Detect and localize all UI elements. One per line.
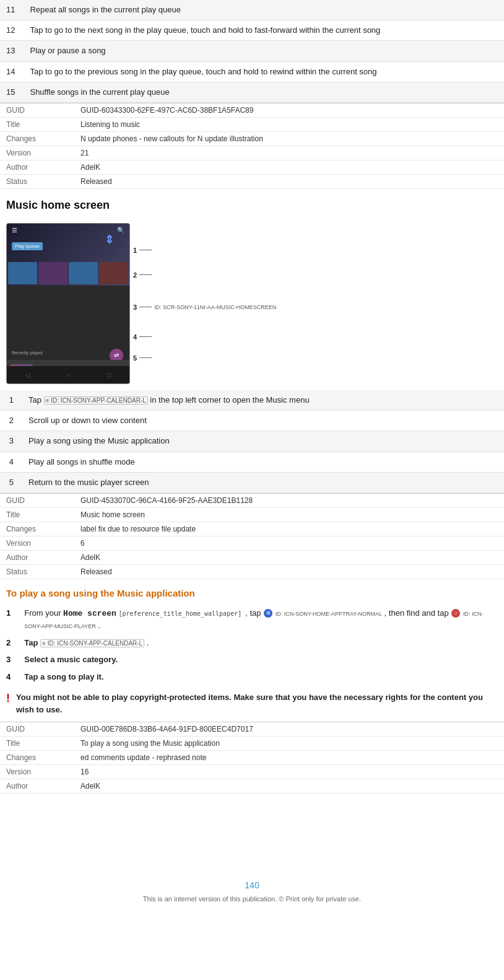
meta3-value-guid: GUID-00E786D8-33B6-4A64-91FD-800EEC4D701… <box>74 722 504 737</box>
home-screen-text: Home screen <box>63 609 116 618</box>
top-row: 11Repeat all songs in the current play q… <box>0 0 504 20</box>
meta-row-changes: Changes N update phones - new callouts f… <box>0 131 504 146</box>
meta2-label-title: Title <box>0 507 74 522</box>
meta-row-version: Version 21 <box>0 146 504 160</box>
meta3-value-title: To play a song using the Music applicati… <box>74 737 504 751</box>
row-text: Tap to go to the next song in the play q… <box>24 20 504 41</box>
meta2-value-changes: label fix due to resource file update <box>74 522 504 536</box>
meta3-row-guid: GUID GUID-00E786D8-33B6-4A64-91FD-800EEC… <box>0 722 504 737</box>
meta-label-author: Author <box>0 160 74 174</box>
proc-step-num-4: 4 <box>0 668 18 686</box>
music-steps-table: 1 Tap ≡ ID: ICN-SONY-APP-CALENDAR-L in t… <box>0 390 504 493</box>
meta-table-2: GUID GUID-4533070C-96CA-4166-9F25-AAE3DE… <box>0 493 504 579</box>
preference-id: [preference_title_home_wallpaper] <box>119 610 246 617</box>
proc-step-num-2: 2 <box>0 634 18 652</box>
meta3-row-version: Version 16 <box>0 765 504 779</box>
proc-step-num-1: 1 <box>0 605 18 634</box>
recently-played-label: Recently played <box>12 351 43 355</box>
menu-icon-ref: ≡ ID: ICN-SONY-APP-CALENDAR-L <box>44 396 148 405</box>
phone-screenshot: ☰ 🔍 ⇕ Play queue Recently played ⇌ Song … <box>6 223 130 384</box>
step-num-4: 4 <box>0 452 22 472</box>
row-num: 13 <box>0 41 24 61</box>
meta-table-3: GUID GUID-00E786D8-33B6-4A64-91FD-800EEC… <box>0 722 504 794</box>
meta3-label-version: Version <box>0 765 74 779</box>
music-step-row-5: 5 Return to the music player screen <box>0 472 504 492</box>
scroll-arrows-icon: ⇕ <box>105 233 114 247</box>
meta2-label-changes: Changes <box>0 522 74 536</box>
meta-row-status: Status Released <box>0 174 504 188</box>
proc-step-text-2: Tap ≡ ID: ICN-SONY-APP-CALENDAR-L . <box>18 634 504 652</box>
note-text: You might not be able to play copyright-… <box>16 691 498 715</box>
home-nav-icon: ○ <box>67 372 71 378</box>
proc-step-3: 3 Select a music category. <box>0 651 504 668</box>
screenshot-top: ☰ 🔍 ⇕ Play queue <box>7 224 129 286</box>
screen-id-tag: ID: SCR-SONY-11NI-AA-MUSIC-HOMESCREEN <box>154 304 276 310</box>
meta2-row-changes: Changes label fix due to resource file u… <box>0 522 504 536</box>
topic-heading: To play a song using the Music applicati… <box>0 579 504 605</box>
meta3-row-title: Title To play a song using the Music app… <box>0 737 504 751</box>
calendar-icon-ref-2: ≡ ID: ICN-SONY-APP-CALENDAR-L <box>40 639 144 647</box>
warning-icon: ! <box>6 691 10 706</box>
callout-3: 3 ID: SCR-SONY-11NI-AA-MUSIC-HOMESCREEN <box>133 304 276 311</box>
meta2-row-title: Title Music home screen <box>0 507 504 522</box>
step-text-1: Tap ≡ ID: ICN-SONY-APP-CALENDAR-L in the… <box>22 390 504 411</box>
legal-text: This is an internet version of this publ… <box>0 895 504 915</box>
proc-step-4: 4 Tap a song to play it. <box>0 668 504 686</box>
recent-nav-icon: □ <box>107 372 111 378</box>
procedure-table: 1 From your Home screen [preference_titl… <box>0 605 504 686</box>
search-icon: 🔍 <box>117 227 124 234</box>
top-row: 15Shuffle songs in the current play queu… <box>0 82 504 102</box>
step-text-2: Scroll up or down to view content <box>22 411 504 431</box>
meta3-label-changes: Changes <box>0 751 74 765</box>
proc-step-text-1: From your Home screen [preference_title_… <box>18 605 504 634</box>
row-num: 12 <box>0 20 24 41</box>
meta3-row-author: Author AdelK <box>0 779 504 794</box>
top-row: 14Tap to go to the previous song in the … <box>0 61 504 82</box>
meta2-label-version: Version <box>0 536 74 550</box>
proc-step-text-4: Tap a song to play it. <box>18 668 504 686</box>
music-home-screen-heading: Music home screen <box>0 189 504 217</box>
meta2-row-author: Author AdelK <box>0 550 504 564</box>
music-step-row-3: 3 Play a song using the Music applicatio… <box>0 431 504 452</box>
meta3-label-title: Title <box>0 737 74 751</box>
row-num: 11 <box>0 0 24 20</box>
play-queue-label: Play queue <box>12 242 43 250</box>
meta-label-changes: Changes <box>0 131 74 146</box>
callout-num-4: 4 <box>133 333 137 341</box>
music-step-row-2: 2 Scroll up or down to view content <box>0 411 504 431</box>
proc-step-1: 1 From your Home screen [preference_titl… <box>0 605 504 634</box>
meta3-label-guid: GUID <box>0 722 74 737</box>
callout-num-3: 3 <box>133 304 137 311</box>
back-nav-icon: ◁ <box>25 372 30 378</box>
callout-5: 5 <box>133 354 152 362</box>
callout-line-3 <box>139 307 152 307</box>
callout-num-1: 1 <box>133 247 137 254</box>
meta-value-title: Listening to music <box>74 117 504 131</box>
bottom-spacer <box>0 794 504 868</box>
meta2-label-author: Author <box>0 550 74 564</box>
meta-row-title: Title Listening to music <box>0 117 504 131</box>
meta-row-author: Author AdelK <box>0 160 504 174</box>
callout-4: 4 <box>133 333 152 341</box>
meta3-label-author: Author <box>0 779 74 794</box>
page-number: 140 <box>0 868 504 895</box>
callout-num-5: 5 <box>133 354 137 362</box>
meta2-row-guid: GUID GUID-4533070C-96CA-4166-9F25-AAE3DE… <box>0 493 504 507</box>
meta-label-guid: GUID <box>0 103 74 117</box>
tap-bold: Tap <box>24 638 38 647</box>
meta2-value-status: Released <box>74 564 504 579</box>
note-block: ! You might not be able to play copyrigh… <box>0 685 504 722</box>
apptray-icon: ⊞ <box>264 609 272 618</box>
apptray-icon-id: ID: ICN-SONY-HOME-APPTRAY-NORMAL <box>276 611 382 617</box>
step-text-3: Play a song using the Music application <box>22 431 504 452</box>
tap-song-text: Tap a song to play it. <box>24 672 103 681</box>
row-text: Repeat all songs in the current play que… <box>24 0 504 20</box>
callout-line-1 <box>139 250 152 250</box>
meta2-value-version: 6 <box>74 536 504 550</box>
row-text: Shuffle songs in the current play queue <box>24 82 504 102</box>
select-category-text: Select a music category. <box>24 655 118 664</box>
screenshot-area: ☰ 🔍 ⇕ Play queue Recently played ⇌ Song … <box>0 217 504 390</box>
step-num-3: 3 <box>0 431 22 452</box>
meta2-label-status: Status <box>0 564 74 579</box>
callout-line-4 <box>139 336 152 337</box>
